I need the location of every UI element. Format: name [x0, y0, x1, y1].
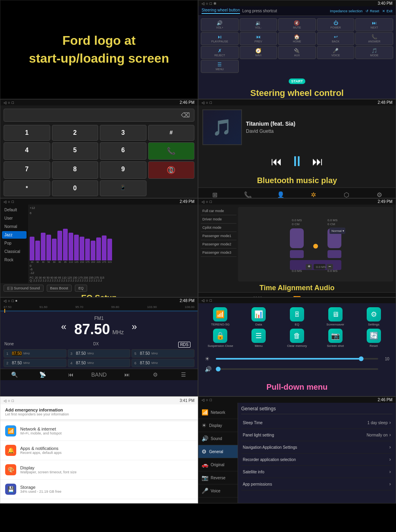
radio-back-btn[interactable]: «	[61, 321, 66, 332]
pd-data[interactable]: 📊 Data	[241, 307, 277, 326]
sw-next[interactable]: ⏭NEXT	[355, 18, 393, 31]
nav-contacts2[interactable]: 👤	[264, 189, 297, 198]
sw-prev[interactable]: ⏮PREV	[240, 32, 278, 45]
nav-bt3[interactable]: ⬡	[330, 189, 363, 198]
ta-fullcar[interactable]: Full car mode	[201, 207, 236, 215]
preset-jazz[interactable]: Jazz	[2, 231, 27, 239]
dial-end[interactable]: 📵	[148, 161, 195, 179]
sw-power[interactable]: ⏻POWER	[317, 18, 355, 31]
pd-eq[interactable]: 🎚 EQ	[279, 307, 315, 326]
ta-passenger1[interactable]: Passenger mode1	[201, 232, 236, 240]
steering-tab1[interactable]: Steering wheel button	[202, 8, 240, 14]
preset-rock[interactable]: Rock	[2, 256, 27, 264]
volume-track[interactable]	[216, 368, 378, 370]
nav-ta-eq[interactable]: ⚙	[198, 294, 238, 297]
pd-clear[interactable]: 🗑 Clear memory	[279, 329, 315, 348]
sidebar-original[interactable]: 🚗 Original	[198, 458, 238, 471]
sidebar-sound[interactable]: 🔊 Sound	[198, 432, 238, 445]
sw-playpause[interactable]: ⏯PLAY/PAUSE	[201, 32, 239, 45]
nav-radio-band[interactable]: BAND	[85, 371, 113, 378]
nav-ta-dot[interactable]: ◉	[317, 294, 356, 297]
dial-4[interactable]: 4	[4, 142, 50, 160]
dial-2[interactable]: 2	[52, 125, 99, 141]
preset-normal[interactable]: Normal	[2, 223, 27, 230]
preset-5[interactable]: 5 87.50 MHz	[131, 349, 194, 358]
sw-navi[interactable]: 🧭NAVI	[240, 46, 278, 59]
setting-sleep[interactable]: Sleep Time 1 day sleep ›	[241, 417, 392, 429]
setting-app-permissions[interactable]: App permissions ›	[241, 478, 392, 490]
setting-nav-app[interactable]: Navigation Application Settings ›	[241, 441, 392, 454]
android-network[interactable]: 📶 Network & internet Wi-Fi, mobile, and …	[0, 421, 198, 441]
nav-radio-eq[interactable]: ⚙	[141, 371, 169, 378]
sw-answer[interactable]: 📞ANSWER	[355, 32, 393, 45]
sidebar-display[interactable]: ☀ Display	[198, 419, 238, 432]
pd-screensaver[interactable]: 🖥 Screensaver	[317, 307, 353, 326]
dial-5[interactable]: 5	[52, 142, 99, 160]
nav-ta-signal[interactable]: 📶	[277, 294, 317, 297]
pd-suspension[interactable]: 🔒 Suspension Close	[202, 329, 238, 348]
sw-home[interactable]: 🏠HOME	[278, 32, 316, 45]
android-display[interactable]: 🎨 Display Wallpaper, screen timeout, fon…	[0, 460, 198, 480]
nav-phone2[interactable]: 📞	[231, 189, 264, 198]
sw-mode[interactable]: 🎵MODE	[355, 46, 393, 59]
preset-pop[interactable]: Pop	[2, 239, 27, 247]
brightness-track[interactable]	[216, 358, 378, 360]
sw-vol-up[interactable]: 🔊VOL+	[201, 18, 239, 31]
delete-icon[interactable]: ⌫	[181, 111, 190, 119]
pd-menu[interactable]: ☰ Menu	[241, 329, 277, 348]
android-apps[interactable]: 🔔 Apps & notifications Recent apps, defa…	[0, 441, 198, 460]
preset-user[interactable]: User	[2, 214, 27, 222]
sw-menu[interactable]: ☰MENU	[201, 60, 239, 73]
bass-btn[interactable]: Bass Boost	[47, 285, 72, 292]
dial-6[interactable]: 6	[100, 142, 147, 160]
setting-recorder[interactable]: Recorder application selection ›	[241, 454, 392, 466]
eq-btn[interactable]: EQ	[75, 285, 87, 292]
android-storage[interactable]: 💾 Storage 34% used - 21.19 GB free	[0, 480, 198, 499]
nav-settings2[interactable]: ⚙	[363, 189, 396, 198]
ta-passenger3[interactable]: Passenger mode3	[201, 249, 236, 257]
nav-radio-antenna[interactable]: 📡	[29, 371, 57, 378]
dial-call[interactable]: 📞	[148, 142, 195, 160]
next-btn[interactable]: ⏭	[312, 155, 323, 168]
pd-reset[interactable]: 🔄 Reset	[356, 329, 392, 348]
radio-fwd-btn[interactable]: »	[131, 321, 137, 332]
pd-settings[interactable]: ⚙ Settings	[356, 307, 392, 326]
dial-9[interactable]: 9	[100, 161, 147, 179]
dial-star[interactable]: *	[4, 180, 50, 196]
dial-hash[interactable]: #	[148, 125, 195, 141]
dial-1[interactable]: 1	[4, 125, 50, 141]
sw-back[interactable]: ↩BACK	[317, 32, 355, 45]
nav-radio-search[interactable]: 🔍	[0, 371, 29, 378]
sw-aux[interactable]: 🔌AUX	[278, 46, 316, 59]
dial-0[interactable]: 0	[52, 180, 99, 196]
nav-ta-bars[interactable]: ▤	[356, 294, 396, 297]
nav-radio-settings[interactable]: ☰	[169, 371, 198, 378]
ta-driver[interactable]: Driver mode	[201, 215, 236, 224]
sidebar-voice[interactable]: 🎤 Voice	[198, 484, 238, 498]
ta-passenger2[interactable]: Passenger mode2	[201, 240, 236, 249]
android-privacy[interactable]: 🔒 Privacy Permissions, account activity	[0, 499, 198, 503]
dial-7[interactable]: 7	[4, 161, 50, 179]
setting-satellite[interactable]: Satellite info ›	[241, 466, 392, 478]
dial-contacts[interactable]: 📱	[100, 180, 147, 196]
sw-reject[interactable]: ✗REJECT	[201, 46, 239, 59]
nav-bt-active[interactable]: ✲	[297, 189, 330, 198]
pd-wifi[interactable]: 📶 TERENO-5G	[202, 307, 238, 326]
nav-radio-next[interactable]: ⏭	[113, 371, 141, 378]
nav-apps2[interactable]: ⊞	[198, 189, 231, 198]
sidebar-reverse[interactable]: 📷 Reverse	[198, 471, 238, 484]
dial-8[interactable]: 8	[52, 161, 99, 179]
dial-3[interactable]: 3	[100, 125, 147, 141]
setting-panel-light[interactable]: Panel light setting Normally on ›	[241, 429, 392, 441]
surround-btn[interactable]: ((·)) Surround Sound	[4, 285, 44, 292]
prev-btn[interactable]: ⏮	[271, 155, 282, 168]
sidebar-network[interactable]: 📶 Network	[198, 406, 238, 419]
sw-vol-down[interactable]: 🔉VOL-	[240, 18, 278, 31]
preset-1[interactable]: 1 87.50 MHz	[4, 349, 67, 358]
preset-classical[interactable]: Classical	[2, 248, 27, 255]
nav-ta-surround[interactable]: ((·))	[238, 294, 278, 297]
steering-tab2[interactable]: Long press shortcut	[242, 9, 277, 13]
sidebar-general[interactable]: ⚙ General	[198, 445, 238, 458]
exit-option[interactable]: ✕ Exit	[382, 9, 392, 13]
impedance-option[interactable]: Impedance selection	[330, 9, 363, 13]
